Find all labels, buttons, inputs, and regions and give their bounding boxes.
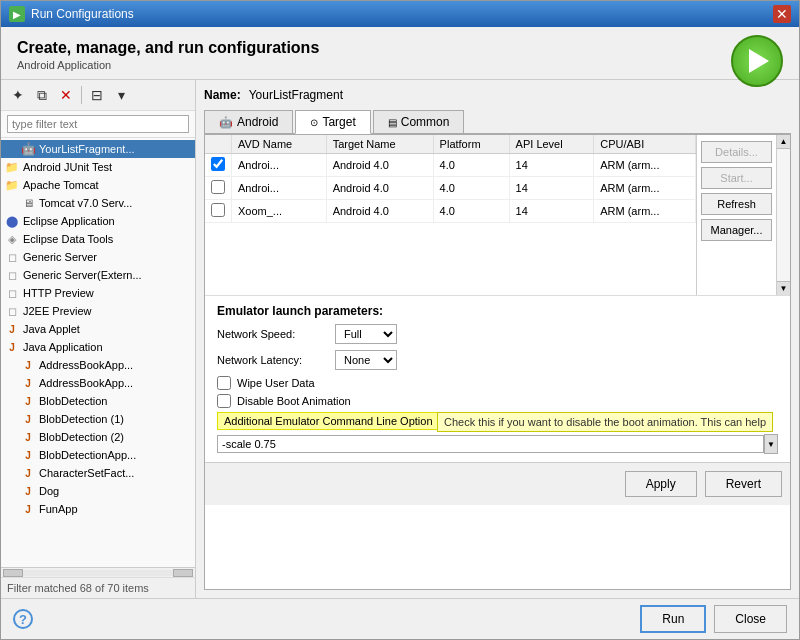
avd-check-3[interactable]	[205, 200, 232, 223]
server-icon: ◻	[5, 268, 19, 282]
tree-item-label: J2EE Preview	[23, 305, 91, 317]
run-button[interactable]	[731, 35, 783, 87]
tab-android[interactable]: 🤖 Android	[204, 110, 293, 133]
tree-item-label: BlobDetection	[39, 395, 108, 407]
tree-item-label: Java Application	[23, 341, 103, 353]
tree-item-generic-server[interactable]: ◻ Generic Server	[1, 248, 195, 266]
tree-item-label: Generic Server	[23, 251, 97, 263]
tree-item-yourlistfragment[interactable]: 🤖 YourListFragment...	[1, 140, 195, 158]
details-button[interactable]: Details...	[701, 141, 772, 163]
avd-platform-2: 4.0	[433, 177, 509, 200]
collapse-button[interactable]: ⊟	[86, 84, 108, 106]
right-panel: Name: YourListFragment 🤖 Android ⊙ Targe…	[196, 80, 799, 598]
java-icon: J	[21, 376, 35, 390]
tree-item-eclipse-data[interactable]: ◈ Eclipse Data Tools	[1, 230, 195, 248]
network-speed-select[interactable]: Full GPRS EDGE	[335, 324, 397, 344]
emulator-section: Emulator launch parameters: Network Spee…	[205, 295, 790, 462]
avd-check-2[interactable]	[205, 177, 232, 200]
revert-button[interactable]: Revert	[705, 471, 782, 497]
new-config-button[interactable]: ✦	[7, 84, 29, 106]
wipe-data-checkbox[interactable]	[217, 376, 231, 390]
manager-button[interactable]: Manager...	[701, 219, 772, 241]
tab-content: AVD Name Target Name Platform API Level …	[204, 134, 791, 590]
avd-table: AVD Name Target Name Platform API Level …	[205, 135, 696, 223]
scroll-up-button[interactable]: ▲	[777, 135, 790, 149]
tree-item-http-preview[interactable]: ◻ HTTP Preview	[1, 284, 195, 302]
tree-item-label: Generic Server(Extern...	[23, 269, 142, 281]
name-label: Name:	[204, 88, 241, 102]
tree-item-addressbook1[interactable]: J AddressBookApp...	[1, 356, 195, 374]
tree-item-blob3[interactable]: J BlobDetection (2)	[1, 428, 195, 446]
tree-item-label: FunApp	[39, 503, 78, 515]
avd-buttons: Details... Start... Refresh Manager...	[696, 135, 776, 295]
close-window-button[interactable]: ✕	[773, 5, 791, 23]
tree-item-tomcat[interactable]: 🖥 Tomcat v7.0 Serv...	[1, 194, 195, 212]
run-footer-button[interactable]: Run	[640, 605, 706, 633]
data-icon: ◈	[5, 232, 19, 246]
avd-check-1[interactable]	[205, 154, 232, 177]
help-button[interactable]: ?	[13, 609, 33, 629]
network-speed-row: Network Speed: Full GPRS EDGE	[217, 324, 778, 344]
close-button[interactable]: Close	[714, 605, 787, 633]
cmdline-input[interactable]	[217, 435, 764, 453]
tree-item-eclipse-app[interactable]: ⬤ Eclipse Application	[1, 212, 195, 230]
filter-input[interactable]	[7, 115, 189, 133]
tree-item-blob2[interactable]: J BlobDetection (1)	[1, 410, 195, 428]
avd-checkbox-2[interactable]	[211, 180, 225, 194]
tab-target[interactable]: ⊙ Target	[295, 110, 370, 134]
duplicate-button[interactable]: ⧉	[31, 84, 53, 106]
delete-button[interactable]: ✕	[55, 84, 77, 106]
tree-item-java-app[interactable]: J Java Application	[1, 338, 195, 356]
tree-item-charset[interactable]: J CharacterSetFact...	[1, 464, 195, 482]
col-api-level: API Level	[509, 135, 594, 154]
avd-section: AVD Name Target Name Platform API Level …	[205, 135, 790, 295]
cmdline-scroll[interactable]: ▼	[764, 434, 778, 454]
avd-checkbox-1[interactable]	[211, 157, 225, 171]
tree-item-blobapp[interactable]: J BlobDetectionApp...	[1, 446, 195, 464]
java-icon: J	[21, 502, 35, 516]
disable-boot-label: Disable Boot Animation	[237, 395, 351, 407]
tree-item-j2ee[interactable]: ◻ J2EE Preview	[1, 302, 195, 320]
avd-row-2[interactable]: Androi... Android 4.0 4.0 14 ARM (arm...	[205, 177, 696, 200]
avd-row-1[interactable]: Androi... Android 4.0 4.0 14 ARM (arm...	[205, 154, 696, 177]
avd-cpu-3: ARM (arm...	[594, 200, 696, 223]
avd-api-2: 14	[509, 177, 594, 200]
tree-item-funapp[interactable]: J FunApp	[1, 500, 195, 518]
filter-status: Filter matched 68 of 70 items	[1, 577, 195, 598]
tree-item-addressbook2[interactable]: J AddressBookApp...	[1, 374, 195, 392]
tree-item-java-applet[interactable]: J Java Applet	[1, 320, 195, 338]
scroll-track	[777, 149, 790, 281]
header: Create, manage, and run configurations A…	[1, 27, 799, 80]
tree-item-label: AddressBookApp...	[39, 359, 133, 371]
apply-revert-buttons: Apply Revert	[205, 462, 790, 505]
avd-row-3[interactable]: Xoom_... Android 4.0 4.0 14 ARM (arm...	[205, 200, 696, 223]
tree-item-label: BlobDetection (1)	[39, 413, 124, 425]
avd-target-2: Android 4.0	[326, 177, 433, 200]
scroll-left[interactable]	[3, 569, 23, 577]
refresh-button[interactable]: Refresh	[701, 193, 772, 215]
target-tab-icon: ⊙	[310, 117, 318, 128]
avd-scrollbar[interactable]: ▲ ▼	[776, 135, 790, 295]
avd-checkbox-3[interactable]	[211, 203, 225, 217]
network-latency-select[interactable]: None GPRS	[335, 350, 397, 370]
more-button[interactable]: ▾	[110, 84, 132, 106]
tree-item-apache-tomcat[interactable]: 📁 Apache Tomcat	[1, 176, 195, 194]
tree-item-dog[interactable]: J Dog	[1, 482, 195, 500]
tab-common[interactable]: ▤ Common	[373, 110, 465, 133]
java-icon: J	[21, 484, 35, 498]
apply-button[interactable]: Apply	[625, 471, 697, 497]
start-button[interactable]: Start...	[701, 167, 772, 189]
scroll-down-button[interactable]: ▼	[777, 281, 790, 295]
tree-item-generic-server-ext[interactable]: ◻ Generic Server(Extern...	[1, 266, 195, 284]
java-icon: J	[21, 412, 35, 426]
scroll-right[interactable]	[173, 569, 193, 577]
avd-name-2: Androi...	[232, 177, 327, 200]
horizontal-scrollbar[interactable]	[1, 567, 195, 577]
tree-item-android-junit[interactable]: 📁 Android JUnit Test	[1, 158, 195, 176]
tooltip-box: Check this if you want to disable the bo…	[437, 412, 773, 432]
config-tree: 🤖 YourListFragment... 📁 Android JUnit Te…	[1, 138, 195, 567]
avd-name-1: Androi...	[232, 154, 327, 177]
disable-boot-checkbox[interactable]	[217, 394, 231, 408]
applet-icon: J	[5, 322, 19, 336]
tree-item-blob1[interactable]: J BlobDetection	[1, 392, 195, 410]
